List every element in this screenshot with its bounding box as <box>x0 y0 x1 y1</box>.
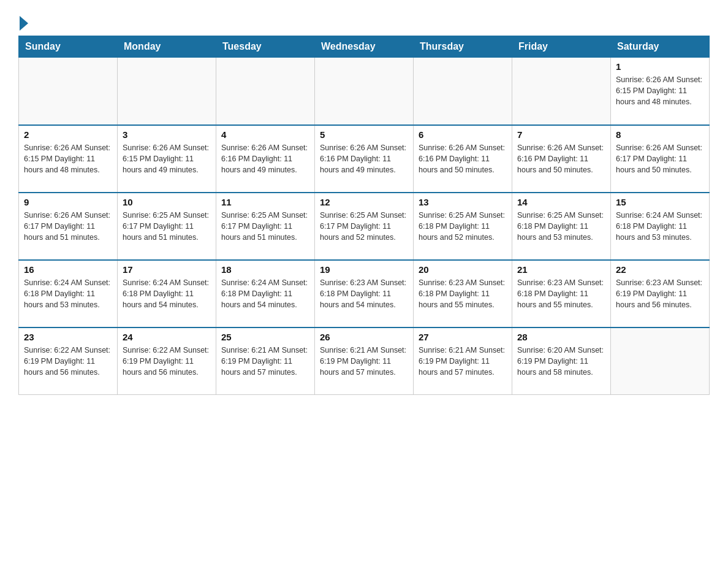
calendar-cell <box>611 327 710 395</box>
day-info: Sunrise: 6:22 AM Sunset: 6:19 PM Dayligh… <box>123 345 211 378</box>
day-number: 17 <box>123 264 211 275</box>
day-info: Sunrise: 6:26 AM Sunset: 6:15 PM Dayligh… <box>123 142 211 175</box>
day-info: Sunrise: 6:23 AM Sunset: 6:18 PM Dayligh… <box>517 277 605 310</box>
calendar-cell: 17Sunrise: 6:24 AM Sunset: 6:18 PM Dayli… <box>118 260 216 327</box>
day-info: Sunrise: 6:26 AM Sunset: 6:16 PM Dayligh… <box>517 142 605 175</box>
day-info: Sunrise: 6:24 AM Sunset: 6:18 PM Dayligh… <box>24 277 112 310</box>
day-info: Sunrise: 6:25 AM Sunset: 6:17 PM Dayligh… <box>123 210 211 243</box>
calendar-cell: 13Sunrise: 6:25 AM Sunset: 6:18 PM Dayli… <box>414 193 512 260</box>
day-number: 26 <box>320 332 408 342</box>
calendar-cell: 2Sunrise: 6:26 AM Sunset: 6:15 PM Daylig… <box>19 125 118 193</box>
calendar-cell: 27Sunrise: 6:21 AM Sunset: 6:19 PM Dayli… <box>414 327 512 395</box>
calendar-cell: 8Sunrise: 6:26 AM Sunset: 6:17 PM Daylig… <box>611 125 710 193</box>
day-number: 5 <box>320 129 408 140</box>
calendar-cell: 5Sunrise: 6:26 AM Sunset: 6:16 PM Daylig… <box>315 125 414 193</box>
calendar-week-row: 2Sunrise: 6:26 AM Sunset: 6:15 PM Daylig… <box>19 125 710 193</box>
calendar-cell: 15Sunrise: 6:24 AM Sunset: 6:18 PM Dayli… <box>611 193 710 260</box>
calendar-cell: 24Sunrise: 6:22 AM Sunset: 6:19 PM Dayli… <box>118 327 216 395</box>
calendar-cell: 28Sunrise: 6:20 AM Sunset: 6:19 PM Dayli… <box>512 327 611 395</box>
calendar-cell <box>118 58 216 125</box>
day-number: 20 <box>419 264 507 275</box>
day-number: 14 <box>517 197 605 207</box>
day-number: 22 <box>616 264 704 275</box>
calendar-cell: 9Sunrise: 6:26 AM Sunset: 6:17 PM Daylig… <box>19 193 118 260</box>
calendar-week-row: 1Sunrise: 6:26 AM Sunset: 6:15 PM Daylig… <box>19 58 710 125</box>
calendar-day-header: Monday <box>118 36 216 58</box>
day-info: Sunrise: 6:26 AM Sunset: 6:17 PM Dayligh… <box>24 210 112 243</box>
day-info: Sunrise: 6:26 AM Sunset: 6:16 PM Dayligh… <box>221 142 309 175</box>
day-info: Sunrise: 6:23 AM Sunset: 6:19 PM Dayligh… <box>616 277 704 310</box>
day-number: 8 <box>616 129 704 140</box>
calendar-day-header: Sunday <box>19 36 118 58</box>
calendar-cell <box>315 58 414 125</box>
day-info: Sunrise: 6:26 AM Sunset: 6:15 PM Dayligh… <box>24 142 112 175</box>
day-info: Sunrise: 6:21 AM Sunset: 6:19 PM Dayligh… <box>320 345 408 378</box>
day-number: 23 <box>24 332 112 342</box>
calendar-cell: 19Sunrise: 6:23 AM Sunset: 6:18 PM Dayli… <box>315 260 414 327</box>
calendar-cell: 12Sunrise: 6:25 AM Sunset: 6:17 PM Dayli… <box>315 193 414 260</box>
calendar-cell <box>512 58 611 125</box>
calendar-cell: 6Sunrise: 6:26 AM Sunset: 6:16 PM Daylig… <box>414 125 512 193</box>
calendar-cell <box>19 58 118 125</box>
calendar-cell: 1Sunrise: 6:26 AM Sunset: 6:15 PM Daylig… <box>611 58 710 125</box>
logo-arrow-icon <box>20 16 28 31</box>
day-number: 4 <box>221 129 309 140</box>
day-info: Sunrise: 6:25 AM Sunset: 6:18 PM Dayligh… <box>419 210 507 243</box>
day-number: 27 <box>419 332 507 342</box>
day-info: Sunrise: 6:25 AM Sunset: 6:17 PM Dayligh… <box>221 210 309 243</box>
calendar-cell: 3Sunrise: 6:26 AM Sunset: 6:15 PM Daylig… <box>118 125 216 193</box>
day-number: 9 <box>24 197 112 207</box>
calendar-week-row: 16Sunrise: 6:24 AM Sunset: 6:18 PM Dayli… <box>19 260 710 327</box>
day-info: Sunrise: 6:21 AM Sunset: 6:19 PM Dayligh… <box>419 345 507 378</box>
calendar-day-header: Thursday <box>414 36 512 58</box>
day-number: 21 <box>517 264 605 275</box>
day-info: Sunrise: 6:23 AM Sunset: 6:18 PM Dayligh… <box>320 277 408 310</box>
calendar-cell: 20Sunrise: 6:23 AM Sunset: 6:18 PM Dayli… <box>414 260 512 327</box>
day-number: 15 <box>616 197 704 207</box>
day-number: 12 <box>320 197 408 207</box>
calendar-table: SundayMondayTuesdayWednesdayThursdayFrid… <box>18 36 710 395</box>
calendar-cell: 11Sunrise: 6:25 AM Sunset: 6:17 PM Dayli… <box>216 193 315 260</box>
day-number: 18 <box>221 264 309 275</box>
day-info: Sunrise: 6:22 AM Sunset: 6:19 PM Dayligh… <box>24 345 112 378</box>
day-info: Sunrise: 6:20 AM Sunset: 6:19 PM Dayligh… <box>517 345 605 378</box>
logo <box>18 15 28 29</box>
day-info: Sunrise: 6:26 AM Sunset: 6:16 PM Dayligh… <box>320 142 408 175</box>
day-info: Sunrise: 6:24 AM Sunset: 6:18 PM Dayligh… <box>123 277 211 310</box>
day-number: 10 <box>123 197 211 207</box>
day-number: 11 <box>221 197 309 207</box>
calendar-cell: 23Sunrise: 6:22 AM Sunset: 6:19 PM Dayli… <box>19 327 118 395</box>
calendar-day-header: Friday <box>512 36 611 58</box>
day-number: 6 <box>419 129 507 140</box>
calendar-week-row: 9Sunrise: 6:26 AM Sunset: 6:17 PM Daylig… <box>19 193 710 260</box>
calendar-cell: 25Sunrise: 6:21 AM Sunset: 6:19 PM Dayli… <box>216 327 315 395</box>
day-number: 24 <box>123 332 211 342</box>
calendar-cell: 22Sunrise: 6:23 AM Sunset: 6:19 PM Dayli… <box>611 260 710 327</box>
calendar-header-row: SundayMondayTuesdayWednesdayThursdayFrid… <box>19 36 710 58</box>
calendar-day-header: Tuesday <box>216 36 315 58</box>
day-info: Sunrise: 6:24 AM Sunset: 6:18 PM Dayligh… <box>221 277 309 310</box>
day-number: 7 <box>517 129 605 140</box>
day-number: 25 <box>221 332 309 342</box>
day-info: Sunrise: 6:21 AM Sunset: 6:19 PM Dayligh… <box>221 345 309 378</box>
day-number: 19 <box>320 264 408 275</box>
day-number: 3 <box>123 129 211 140</box>
day-info: Sunrise: 6:26 AM Sunset: 6:16 PM Dayligh… <box>419 142 507 175</box>
calendar-cell: 14Sunrise: 6:25 AM Sunset: 6:18 PM Dayli… <box>512 193 611 260</box>
calendar-cell: 7Sunrise: 6:26 AM Sunset: 6:16 PM Daylig… <box>512 125 611 193</box>
calendar-cell <box>414 58 512 125</box>
day-info: Sunrise: 6:25 AM Sunset: 6:17 PM Dayligh… <box>320 210 408 243</box>
day-number: 2 <box>24 129 112 140</box>
page-header <box>18 15 710 29</box>
calendar-week-row: 23Sunrise: 6:22 AM Sunset: 6:19 PM Dayli… <box>19 327 710 395</box>
calendar-cell <box>216 58 315 125</box>
day-info: Sunrise: 6:24 AM Sunset: 6:18 PM Dayligh… <box>616 210 704 243</box>
day-info: Sunrise: 6:26 AM Sunset: 6:15 PM Dayligh… <box>616 74 704 107</box>
day-number: 13 <box>419 197 507 207</box>
calendar-cell: 26Sunrise: 6:21 AM Sunset: 6:19 PM Dayli… <box>315 327 414 395</box>
day-info: Sunrise: 6:23 AM Sunset: 6:18 PM Dayligh… <box>419 277 507 310</box>
calendar-cell: 16Sunrise: 6:24 AM Sunset: 6:18 PM Dayli… <box>19 260 118 327</box>
day-number: 16 <box>24 264 112 275</box>
day-info: Sunrise: 6:25 AM Sunset: 6:18 PM Dayligh… <box>517 210 605 243</box>
calendar-cell: 21Sunrise: 6:23 AM Sunset: 6:18 PM Dayli… <box>512 260 611 327</box>
